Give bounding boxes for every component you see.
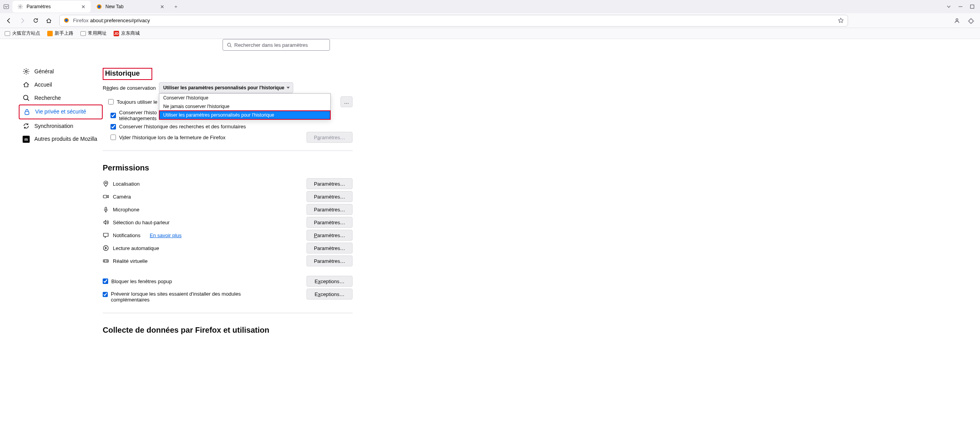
clear-on-close-checkbox[interactable]: Vider l'historique lors de la fermeture … — [110, 135, 225, 140]
list-tabs-button[interactable] — [2, 2, 11, 11]
mozilla-icon: m — [23, 136, 30, 143]
bookmark-label: 新手上路 — [55, 30, 73, 37]
notifications-settings-button[interactable]: Paramètres… — [306, 230, 353, 241]
minimize-icon[interactable] — [958, 4, 963, 9]
block-popups-checkbox[interactable]: Bloquer les fenêtres popup — [103, 278, 172, 284]
sidebar-item-home[interactable]: Accueil — [19, 78, 103, 91]
addons-exceptions-button[interactable]: Exceptions… — [306, 289, 353, 300]
chevron-down-icon[interactable] — [946, 4, 951, 9]
camera-icon — [103, 193, 109, 200]
ellipsis-button[interactable]: … — [340, 96, 353, 107]
warn-addons-checkbox[interactable]: Prévenir lorsque les sites essaient d'in… — [103, 291, 267, 303]
permission-label: Lecture automatique — [113, 245, 159, 251]
folder-icon — [5, 31, 10, 36]
firefox-icon — [47, 31, 53, 36]
url-identity: Firefox — [73, 18, 89, 23]
search-placeholder: Rechercher dans les paramètres — [234, 42, 308, 48]
camera-settings-button[interactable]: Paramètres… — [306, 191, 353, 202]
popup-exceptions-button[interactable]: Exceptions… — [306, 276, 353, 287]
permission-label: Caméra — [113, 194, 131, 200]
account-button[interactable] — [951, 15, 963, 27]
checkbox-label: Bloquer les fenêtres popup — [111, 278, 172, 284]
vr-icon — [103, 258, 109, 264]
history-mode-select[interactable]: Utiliser les paramètres personnalisés po… — [159, 82, 293, 93]
sidebar-item-general[interactable]: Général — [19, 65, 103, 78]
location-icon — [103, 181, 109, 187]
sidebar-item-search[interactable]: Recherche — [19, 91, 103, 105]
clear-on-close-settings-button: Paramètres… — [306, 132, 353, 143]
svg-point-14 — [103, 246, 109, 251]
svg-point-16 — [104, 261, 105, 262]
search-icon — [227, 43, 232, 48]
maximize-icon[interactable] — [970, 4, 975, 9]
url-text: about:preferences#privacy — [90, 18, 150, 23]
autoplay-settings-button[interactable]: Paramètres… — [306, 243, 353, 254]
url-bar[interactable]: Firefox about:preferences#privacy — [59, 15, 848, 27]
speaker-icon — [103, 219, 109, 225]
permission-label: Notifications — [113, 232, 141, 238]
home-icon — [23, 81, 30, 88]
svg-rect-4 — [971, 5, 974, 9]
svg-point-7 — [956, 19, 958, 21]
dropdown-option[interactable]: Ne jamais conserver l'historique — [159, 102, 330, 111]
svg-point-3 — [98, 5, 101, 8]
vr-settings-button[interactable]: Paramètres… — [306, 255, 353, 266]
svg-point-9 — [25, 70, 27, 72]
home-button[interactable] — [43, 15, 55, 27]
notifications-learn-more-link[interactable]: En savoir plus — [150, 232, 182, 238]
bookmark-item[interactable]: JD京东商城 — [112, 29, 141, 37]
reload-button[interactable] — [30, 15, 41, 27]
close-icon[interactable]: ✕ — [159, 3, 166, 10]
lock-icon — [23, 108, 30, 115]
sidebar-item-label: Autres produits de Mozilla — [34, 136, 97, 143]
permission-label: Sélection du haut-parleur — [113, 220, 169, 225]
list-tabs-icon — [4, 4, 9, 9]
firefox-icon — [64, 18, 70, 24]
bookmark-label: 常用网址 — [88, 30, 107, 37]
gear-icon — [23, 68, 30, 75]
bookmarks-bar: 火狐官方站点 新手上路 常用网址 JD京东商城 — [0, 28, 980, 39]
sidebar-item-label: Vie privée et sécurité — [35, 108, 86, 115]
always-private-checkbox[interactable]: Toujours utiliser le m — [108, 99, 163, 105]
bookmark-star-icon[interactable] — [838, 18, 844, 23]
extensions-button[interactable] — [965, 15, 977, 27]
section-title-permissions: Permissions — [103, 163, 149, 172]
checkbox-label: Prévenir lorsque les sites essaient d'in… — [111, 291, 267, 303]
bookmark-item[interactable]: 火狐官方站点 — [3, 29, 42, 37]
sidebar-item-label: Synchronisation — [34, 123, 73, 129]
sidebar-item-more-mozilla[interactable]: m Autres produits de Mozilla — [19, 133, 103, 146]
bookmark-item[interactable]: 常用网址 — [79, 29, 108, 37]
checkbox-label: Conserver l'historique des recherches et… — [119, 124, 246, 129]
keep-forms-checkbox[interactable]: Conserver l'historique des recherches et… — [110, 124, 353, 129]
new-tab-button[interactable]: ＋ — [170, 1, 181, 12]
forward-button[interactable] — [16, 15, 28, 27]
tab-newtab[interactable]: New Tab ✕ — [91, 1, 169, 12]
sidebar-item-privacy[interactable]: Vie privée et sécurité — [19, 105, 103, 119]
tab-label: Paramètres — [27, 4, 80, 9]
search-settings-input[interactable]: Rechercher dans les paramètres — [223, 39, 330, 51]
jd-icon: JD — [114, 31, 119, 36]
close-icon[interactable]: ✕ — [80, 3, 87, 10]
location-settings-button[interactable]: Paramètres… — [306, 178, 353, 189]
sidebar-item-label: Général — [34, 68, 54, 74]
back-button[interactable] — [3, 15, 15, 27]
speaker-settings-button[interactable]: Paramètres… — [306, 217, 353, 228]
svg-point-10 — [23, 95, 28, 99]
svg-point-8 — [228, 43, 231, 46]
dropdown-option-selected[interactable]: Utiliser les paramètres personnalisés po… — [159, 111, 330, 119]
checkbox-label: Toujours utiliser le m — [117, 99, 163, 105]
tab-settings[interactable]: Paramètres ✕ — [12, 1, 91, 12]
checkbox-label: Conserver l'histotéléchargements — [119, 110, 157, 121]
bookmark-item[interactable]: 新手上路 — [46, 29, 75, 37]
search-icon — [23, 94, 30, 101]
dropdown-option[interactable]: Conserver l'historique — [159, 94, 330, 102]
notification-icon — [103, 232, 109, 238]
history-rules-label: Règles de conservation — [103, 85, 156, 91]
svg-rect-0 — [4, 5, 9, 9]
sidebar-item-sync[interactable]: Synchronisation — [19, 119, 103, 133]
microphone-settings-button[interactable]: Paramètres… — [306, 204, 353, 215]
microphone-icon — [103, 206, 109, 213]
autoplay-icon — [103, 245, 109, 251]
svg-rect-13 — [105, 207, 107, 210]
svg-point-1 — [20, 6, 21, 7]
